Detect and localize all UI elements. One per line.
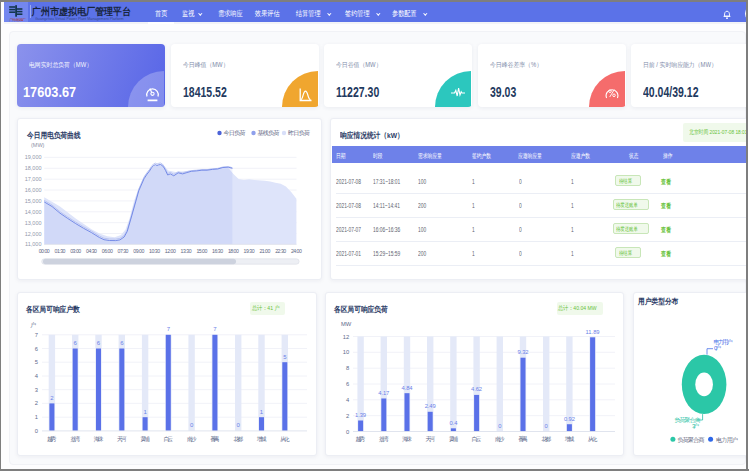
svg-text:1.39: 1.39 <box>355 412 366 418</box>
svg-text:花都: 花都 <box>541 435 551 442</box>
svg-text:17,000: 17,000 <box>25 177 42 183</box>
svg-text:负荷聚合商: 负荷聚合商 <box>674 415 700 422</box>
svg-text:19,000: 19,000 <box>25 155 42 161</box>
svg-text:10:30: 10:30 <box>149 248 160 254</box>
svg-text:增城: 增城 <box>564 435 574 442</box>
svg-text:基线负荷: 基线负荷 <box>258 131 280 137</box>
svg-text:海珠: 海珠 <box>94 435 104 442</box>
svg-text:增城: 增城 <box>257 435 267 442</box>
svg-text:12: 12 <box>343 333 349 339</box>
svg-text:09:00: 09:00 <box>133 248 144 254</box>
svg-text:花都: 花都 <box>233 435 243 442</box>
svg-text:海珠: 海珠 <box>402 435 412 442</box>
svg-text:3户: 3户 <box>692 422 699 429</box>
svg-text:MW: MW <box>341 321 352 327</box>
svg-text:从化: 从化 <box>588 435 598 442</box>
svg-text:南沙: 南沙 <box>187 435 197 442</box>
svg-text:12:00: 12:00 <box>165 248 176 254</box>
svg-text:9.32: 9.32 <box>517 349 528 355</box>
svg-text:04:30: 04:30 <box>86 248 97 254</box>
svg-text:天河: 天河 <box>117 434 127 442</box>
svg-text:12,000: 12,000 <box>25 231 42 237</box>
svg-text:22:30: 22:30 <box>275 248 286 254</box>
svg-text:户: 户 <box>30 321 36 328</box>
svg-text:14,000: 14,000 <box>25 209 42 215</box>
svg-text:11.89: 11.89 <box>585 328 599 334</box>
svg-text:06:00: 06:00 <box>102 248 113 254</box>
svg-text:从化: 从化 <box>280 435 290 442</box>
svg-text:6: 6 <box>346 381 349 387</box>
svg-text:0: 0 <box>498 423 501 429</box>
svg-text:8: 8 <box>346 365 349 371</box>
svg-text:13:30: 13:30 <box>181 248 192 254</box>
svg-text:黄埔: 黄埔 <box>448 435 458 442</box>
svg-text:00:00: 00:00 <box>39 248 50 254</box>
svg-text:0.92: 0.92 <box>564 415 575 421</box>
svg-text:南沙: 南沙 <box>495 435 505 442</box>
svg-text:15:00: 15:00 <box>196 248 207 254</box>
svg-text:0: 0 <box>35 428 38 434</box>
svg-text:13,000: 13,000 <box>25 220 42 226</box>
svg-text:黄埔: 黄埔 <box>140 435 150 442</box>
svg-text:0: 0 <box>544 423 547 429</box>
svg-text:19:30: 19:30 <box>244 248 255 254</box>
svg-text:昨日负荷: 昨日负荷 <box>288 131 310 138</box>
svg-text:7: 7 <box>35 331 38 337</box>
svg-text:5: 5 <box>35 359 38 365</box>
svg-text:番禺: 番禺 <box>518 434 528 442</box>
svg-text:2: 2 <box>346 412 349 418</box>
svg-text:7: 7 <box>167 326 171 332</box>
svg-text:18:00: 18:00 <box>228 248 239 254</box>
svg-text:0户: 0户 <box>714 344 721 351</box>
svg-text:10: 10 <box>343 349 349 355</box>
svg-text:今日负荷: 今日负荷 <box>224 131 246 138</box>
svg-text:11,000: 11,000 <box>25 242 41 248</box>
svg-text:4: 4 <box>35 373 39 379</box>
svg-text:16,000: 16,000 <box>25 187 42 193</box>
svg-text:4.62: 4.62 <box>471 386 482 392</box>
svg-text:荔湾: 荔湾 <box>379 435 389 442</box>
svg-text:负荷聚合商: 负荷聚合商 <box>677 435 704 443</box>
svg-text:(MW): (MW) <box>31 142 45 148</box>
svg-text:15,000: 15,000 <box>25 198 42 204</box>
svg-text:7: 7 <box>213 326 217 332</box>
svg-text:4.84: 4.84 <box>401 384 413 390</box>
svg-text:3: 3 <box>35 386 38 392</box>
svg-text:电力用户: 电力用户 <box>716 435 738 443</box>
svg-text:越秀: 越秀 <box>47 434 57 442</box>
svg-text:0.4: 0.4 <box>449 419 458 425</box>
svg-text:白云: 白云 <box>164 435 174 442</box>
svg-text:荔湾: 荔湾 <box>70 435 80 442</box>
svg-text:2.49: 2.49 <box>424 403 435 409</box>
svg-text:16:30: 16:30 <box>212 248 223 254</box>
svg-text:4.17: 4.17 <box>378 390 389 396</box>
svg-text:白云: 白云 <box>472 435 482 442</box>
svg-text:6: 6 <box>35 345 38 351</box>
svg-text:越秀: 越秀 <box>356 434 366 442</box>
svg-text:21:00: 21:00 <box>259 248 270 254</box>
svg-text:天河: 天河 <box>425 434 435 442</box>
svg-text:0: 0 <box>346 428 349 434</box>
svg-text:03:00: 03:00 <box>70 248 81 254</box>
svg-text:2: 2 <box>35 400 38 406</box>
svg-text:24:00: 24:00 <box>291 248 302 254</box>
svg-text:1: 1 <box>35 414 38 420</box>
svg-text:番禺: 番禺 <box>210 434 220 442</box>
svg-text:01:30: 01:30 <box>55 248 66 254</box>
svg-text:18,000: 18,000 <box>25 166 42 172</box>
svg-text:4: 4 <box>346 396 350 402</box>
svg-text:07:30: 07:30 <box>118 248 129 254</box>
